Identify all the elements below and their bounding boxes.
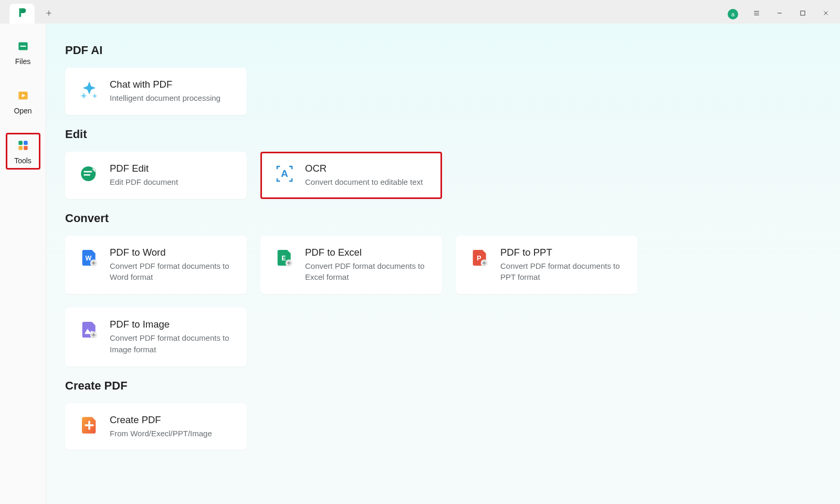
card-title: PDF to PPT (500, 247, 624, 258)
card-pdf-edit[interactable]: PDF Edit Edit PDF document (65, 152, 247, 199)
card-desc: Convert document to editable text (305, 176, 423, 188)
svg-text:P: P (477, 255, 481, 262)
card-create-pdf[interactable]: Create PDF From Word/Execl/PPT/Image (65, 403, 247, 450)
card-title: PDF Edit (110, 163, 178, 174)
maximize-button[interactable] (798, 9, 807, 19)
section-heading-create: Create PDF (65, 379, 821, 393)
svg-text:E: E (281, 255, 286, 262)
svg-text:A: A (281, 168, 288, 179)
maximize-icon (799, 9, 806, 19)
card-pdf-to-excel[interactable]: E PDF to Excel Convert PDF format docume… (260, 236, 442, 295)
app-window: a (0, 0, 840, 504)
tools-icon (15, 138, 31, 153)
svg-rect-10 (84, 171, 92, 173)
hamburger-icon (753, 9, 760, 19)
svg-text:W: W (85, 255, 91, 262)
card-desc: Convert PDF format documents to PPT form… (500, 260, 624, 284)
sparkle-icon (78, 79, 100, 101)
svg-rect-11 (84, 174, 90, 176)
menu-button[interactable] (752, 9, 761, 19)
section-heading-pdf-ai: PDF AI (65, 44, 821, 57)
card-pdf-to-ppt[interactable]: P PDF to PPT Convert PDF format document… (456, 236, 637, 295)
card-desc: Intelligent document processing (110, 92, 220, 104)
titlebar: a (0, 0, 840, 24)
card-ocr[interactable]: A OCR Convert document to editable text (260, 152, 442, 199)
app-logo-icon (16, 7, 28, 20)
image-file-icon (78, 319, 100, 341)
minimize-button[interactable] (775, 9, 784, 19)
sidebar-item-label: Files (15, 57, 31, 66)
card-pdf-to-image[interactable]: PDF to Image Convert PDF format document… (65, 308, 247, 366)
card-title: Create PDF (110, 414, 212, 426)
minimize-icon (776, 9, 783, 19)
card-title: OCR (305, 163, 423, 174)
card-desc: Convert PDF format documents to Image fo… (110, 332, 234, 355)
excel-file-icon: E (274, 247, 296, 269)
card-desc: From Word/Execl/PPT/Image (110, 428, 212, 439)
card-chat-with-pdf[interactable]: Chat with PDF Intelligent document proce… (65, 68, 247, 115)
open-icon (15, 88, 31, 103)
svg-rect-7 (18, 146, 23, 150)
sidebar-item-open[interactable]: Open (6, 83, 40, 119)
avatar[interactable]: a (728, 9, 738, 19)
card-desc: Convert PDF format documents to Excel fo… (305, 260, 429, 284)
files-icon (15, 38, 31, 54)
tab-home[interactable] (9, 4, 35, 24)
svg-rect-8 (24, 146, 28, 150)
card-desc: Convert PDF format documents to Word for… (110, 260, 234, 284)
svg-rect-5 (18, 141, 23, 145)
svg-rect-6 (24, 141, 28, 145)
create-pdf-icon (78, 414, 100, 436)
main-content: PDF AI Chat with PDF Intelligent documen… (46, 24, 840, 504)
window-controls: a (728, 9, 831, 19)
ocr-icon: A (274, 163, 296, 185)
card-pdf-to-word[interactable]: W PDF to Word Convert PDF format documen… (65, 236, 247, 295)
card-title: PDF to Word (110, 247, 234, 258)
avatar-letter: a (731, 11, 734, 17)
svg-rect-2 (20, 46, 26, 47)
card-title: Chat with PDF (110, 79, 220, 90)
card-title: PDF to Image (110, 319, 234, 330)
sidebar-item-files[interactable]: Files (6, 34, 40, 70)
card-title: PDF to Excel (305, 247, 429, 258)
ppt-file-icon: P (469, 247, 491, 269)
section-heading-edit: Edit (65, 128, 821, 141)
sidebar-item-tools[interactable]: Tools (6, 133, 40, 170)
tab-strip (9, 0, 57, 24)
close-icon (822, 9, 830, 19)
plus-icon (45, 8, 53, 20)
section-heading-convert: Convert (65, 212, 821, 225)
close-button[interactable] (821, 9, 831, 19)
sidebar: Files Open Tools (0, 24, 46, 504)
pdf-edit-icon (78, 163, 100, 185)
svg-rect-0 (801, 11, 805, 15)
body: Files Open Tools (0, 24, 840, 504)
sidebar-item-label: Tools (14, 156, 32, 165)
card-desc: Edit PDF document (110, 176, 178, 188)
new-tab-button[interactable] (41, 6, 57, 22)
sidebar-item-label: Open (14, 107, 32, 115)
word-file-icon: W (78, 247, 100, 269)
